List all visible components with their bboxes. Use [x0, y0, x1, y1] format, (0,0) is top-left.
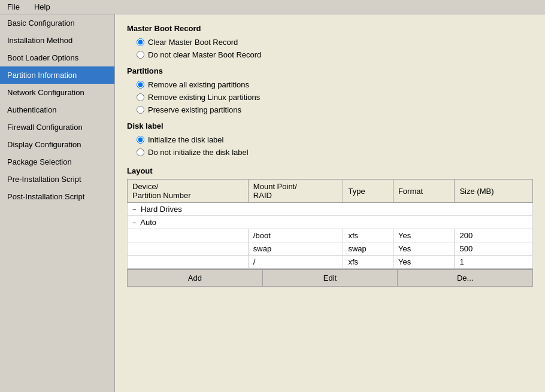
hard-drives-label: Hard Drives — [141, 205, 182, 214]
boot-type: xfs — [343, 229, 393, 242]
layout-title: Layout — [127, 166, 533, 175]
root-format: Yes — [393, 256, 455, 269]
disk-label-label-init: Initialize the disk label — [148, 135, 223, 144]
partitions-option-preserve[interactable]: Preserve existing partitions — [137, 105, 533, 114]
disk-label-label-no-init: Do not initialize the disk label — [148, 148, 249, 157]
boot-size: 200 — [455, 229, 533, 242]
root-device — [128, 256, 249, 269]
mbr-radio-group: Clear Master Boot Record Do not clear Ma… — [137, 38, 533, 59]
partitions-section-title: Partitions — [127, 66, 533, 75]
auto-row: − Auto — [128, 216, 533, 229]
sidebar-item-package-selection[interactable]: Package Selection — [0, 153, 114, 171]
swap-format: Yes — [393, 242, 455, 256]
disk-label-radio-group: Initialize the disk label Do not initial… — [137, 135, 533, 157]
partitions-label-preserve: Preserve existing partitions — [148, 105, 241, 114]
auto-label: Auto — [140, 218, 156, 227]
sidebar-item-installation-method[interactable]: Installation Method — [0, 32, 114, 49]
mbr-radio-no-clear[interactable] — [137, 51, 144, 59]
auto-expander[interactable]: − — [132, 219, 136, 226]
mbr-label-clear: Clear Master Boot Record — [148, 38, 238, 47]
mbr-option-no-clear[interactable]: Do not clear Master Boot Record — [137, 50, 533, 59]
disk-label-radio-no-init[interactable] — [137, 148, 144, 156]
sidebar-item-pre-installation-script[interactable]: Pre-Installation Script — [0, 171, 114, 188]
disk-label-radio-init[interactable] — [137, 136, 144, 144]
mbr-option-clear[interactable]: Clear Master Boot Record — [137, 38, 533, 47]
root-mount: / — [248, 256, 343, 269]
mbr-label-no-clear: Do not clear Master Boot Record — [148, 50, 261, 59]
partitions-option-remove-linux[interactable]: Remove existing Linux partitions — [137, 93, 533, 102]
partitions-option-remove-all[interactable]: Remove all existing partitions — [137, 80, 533, 89]
partitions-label-remove-all: Remove all existing partitions — [148, 80, 249, 89]
menubar: File Help — [0, 0, 545, 14]
sidebar-item-boot-loader-options[interactable]: Boot Loader Options — [0, 49, 114, 66]
swap-mount: swap — [248, 242, 343, 256]
root-size: 1 — [455, 256, 533, 269]
partitions-radio-remove-all[interactable] — [137, 81, 144, 89]
hard-drives-row: − Hard Drives — [128, 203, 533, 216]
table-row[interactable]: − Auto — [128, 216, 533, 229]
table-row[interactable]: swap swap Yes 500 — [128, 242, 533, 256]
hard-drives-expander[interactable]: − — [132, 206, 136, 213]
swap-device — [128, 242, 249, 256]
disk-label-section-title: Disk label — [127, 121, 533, 130]
table-row[interactable]: / xfs Yes 1 — [128, 256, 533, 269]
col-header-format: Format — [393, 180, 455, 203]
col-header-device: Device/Partition Number — [128, 180, 249, 203]
disk-label-option-init[interactable]: Initialize the disk label — [137, 135, 533, 144]
delete-button[interactable]: De... — [398, 269, 533, 287]
edit-button[interactable]: Edit — [263, 269, 398, 287]
sidebar-item-firewall-configuration[interactable]: Firewall Configuration — [0, 118, 114, 136]
disk-label-option-no-init[interactable]: Do not initialize the disk label — [137, 148, 533, 157]
partitions-radio-remove-linux[interactable] — [137, 93, 144, 101]
swap-size: 500 — [455, 242, 533, 256]
menu-help[interactable]: Help — [29, 1, 55, 13]
col-header-size: Size (MB) — [455, 180, 533, 203]
sidebar-item-partition-information[interactable]: Partition Information — [0, 66, 114, 84]
add-button[interactable]: Add — [127, 269, 263, 287]
root-type: xfs — [343, 256, 393, 269]
col-header-type: Type — [343, 180, 393, 203]
sidebar-item-post-installation-script[interactable]: Post-Installation Script — [0, 188, 114, 205]
partitions-radio-group: Remove all existing partitions Remove ex… — [137, 80, 533, 114]
boot-mount: /boot — [248, 229, 343, 242]
sidebar: Basic Configuration Installation Method … — [0, 14, 115, 392]
sidebar-item-network-configuration[interactable]: Network Configuration — [0, 84, 114, 101]
main-container: Basic Configuration Installation Method … — [0, 14, 545, 392]
mbr-radio-clear[interactable] — [137, 38, 144, 46]
boot-format: Yes — [393, 229, 455, 242]
partitions-radio-preserve[interactable] — [137, 106, 144, 114]
menu-file[interactable]: File — [2, 1, 25, 13]
col-header-mount: Mount Point/RAID — [248, 180, 343, 203]
sidebar-item-display-configuration[interactable]: Display Configuration — [0, 136, 114, 153]
content-area: Master Boot Record Clear Master Boot Rec… — [115, 14, 545, 392]
partitions-label-remove-linux: Remove existing Linux partitions — [148, 93, 260, 102]
button-bar: Add Edit De... — [127, 269, 533, 287]
boot-device — [128, 229, 249, 242]
mbr-section-title: Master Boot Record — [127, 24, 533, 33]
partition-table: Device/Partition Number Mount Point/RAID… — [127, 179, 533, 269]
sidebar-item-authentication[interactable]: Authentication — [0, 101, 114, 118]
swap-type: swap — [343, 242, 393, 256]
sidebar-item-basic-configuration[interactable]: Basic Configuration — [0, 14, 114, 32]
table-row[interactable]: − Hard Drives — [128, 203, 533, 216]
table-row[interactable]: /boot xfs Yes 200 — [128, 229, 533, 242]
